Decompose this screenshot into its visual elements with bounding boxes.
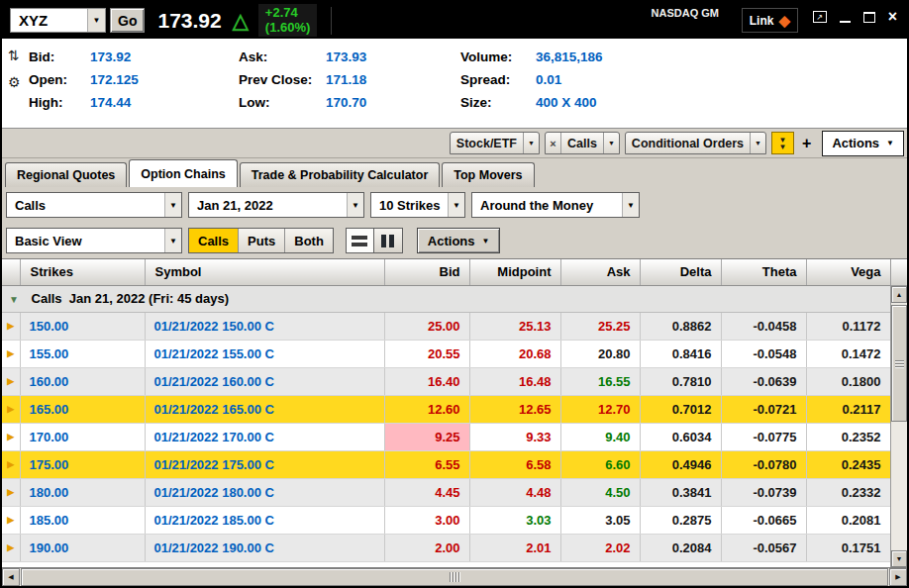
symbol-cell[interactable]: 01/21/2022 190.00 C [145, 534, 384, 561]
row-expander-icon[interactable]: ▶ [2, 506, 20, 534]
tab-option-chains[interactable]: Option Chains [129, 159, 237, 187]
col-header-bid[interactable]: Bid [384, 259, 469, 285]
symbol-cell[interactable]: 01/21/2022 185.00 C [145, 506, 384, 534]
ask-cell[interactable]: 6.60 [560, 450, 640, 478]
vertical-scroll-thumb[interactable] [891, 305, 907, 422]
layout-tab-conditional-orders[interactable]: Conditional Orders ▼ [625, 132, 766, 154]
horizontal-scroll-thumb[interactable] [21, 568, 888, 586]
bid-cell[interactable]: 25.00 [384, 312, 469, 340]
bid-cell[interactable]: 4.45 [384, 478, 469, 506]
symbol-cell[interactable]: 01/21/2022 180.00 C [145, 478, 384, 506]
chevron-down-icon[interactable]: ▼ [87, 9, 105, 32]
row-expander-icon[interactable]: ▶ [2, 367, 20, 395]
col-header-theta[interactable]: Theta [721, 259, 806, 285]
view-select[interactable]: Basic View ▼ [6, 228, 182, 253]
col-header-delta[interactable]: Delta [640, 259, 721, 285]
symbol-cell[interactable]: 01/21/2022 155.00 C [145, 340, 384, 367]
col-header-symbol[interactable]: Symbol [145, 259, 384, 285]
row-expander-icon[interactable]: ▶ [2, 395, 20, 423]
option-row[interactable]: ▶165.0001/21/2022 165.00 C12.6012.6512.7… [2, 395, 890, 423]
row-expander-icon[interactable]: ▶ [2, 478, 20, 506]
col-header-vega[interactable]: Vega [806, 259, 890, 285]
bid-cell[interactable]: 2.00 [384, 534, 469, 561]
settings-gear-icon[interactable]: ⚙ [8, 75, 21, 89]
group-header[interactable]: ▼ Calls Jan 21, 2022 (Fri: 45 days) [2, 285, 890, 312]
midpoint-cell[interactable]: 9.33 [469, 423, 560, 450]
pop-out-icon[interactable]: ↗ [813, 11, 827, 23]
row-expander-icon[interactable]: ▶ [2, 423, 20, 450]
option-row[interactable]: ▶170.0001/21/2022 170.00 C9.259.339.400.… [2, 423, 890, 450]
midpoint-cell[interactable]: 3.03 [469, 506, 560, 534]
expiration-select[interactable]: Jan 21, 2022 ▼ [188, 192, 364, 218]
go-button[interactable]: Go [110, 8, 145, 33]
sort-toggle-icon[interactable]: ⇅ [8, 49, 21, 62]
symbol-cell[interactable]: 01/21/2022 150.00 C [145, 312, 384, 340]
symbol-cell[interactable]: 01/21/2022 160.00 C [145, 367, 384, 395]
ask-cell[interactable]: 4.50 [560, 478, 640, 506]
ask-cell[interactable]: 25.25 [560, 312, 640, 340]
option-row[interactable]: ▶180.0001/21/2022 180.00 C4.454.484.500.… [2, 478, 890, 506]
row-expander-icon[interactable]: ▶ [2, 312, 20, 340]
option-row[interactable]: ▶175.0001/21/2022 175.00 C6.556.586.600.… [2, 450, 890, 478]
ask-cell[interactable]: 12.70 [560, 395, 640, 423]
tab-trade-probability-calculator[interactable]: Trade & Probability Calculator [240, 162, 441, 187]
tab-regional-quotes[interactable]: Regional Quotes [5, 162, 127, 187]
row-expander-icon[interactable]: ▶ [2, 534, 20, 561]
symbol-combobox[interactable]: XYZ ▼ [10, 8, 106, 33]
scroll-right-button[interactable]: ▶ [889, 568, 907, 586]
scroll-up-button[interactable]: ▲ [891, 286, 907, 303]
actions-menu-button-top[interactable]: Actions ▼ [822, 131, 904, 156]
midpoint-cell[interactable]: 25.13 [469, 312, 560, 340]
midpoint-cell[interactable]: 16.48 [469, 367, 560, 395]
scroll-left-button[interactable]: ◀ [2, 568, 20, 586]
midpoint-cell[interactable]: 20.68 [469, 340, 560, 367]
ask-cell[interactable]: 16.55 [560, 367, 640, 395]
layout-tab-calls[interactable]: × Calls ▼ [545, 132, 620, 154]
vertical-scroll-track[interactable] [891, 303, 907, 550]
option-row[interactable]: ▶160.0001/21/2022 160.00 C16.4016.4816.5… [2, 367, 890, 395]
both-toggle[interactable]: Both [285, 229, 333, 252]
add-tab-button[interactable]: + [799, 135, 814, 152]
chevron-down-icon[interactable]: ▼ [347, 193, 363, 217]
puts-toggle[interactable]: Puts [239, 229, 285, 252]
col-header-strikes[interactable]: Strikes [20, 259, 145, 285]
collapse-tabs-button[interactable]: ▼ ▼ [771, 132, 794, 154]
group-row[interactable]: ▼ Calls Jan 21, 2022 (Fri: 45 days) [2, 285, 890, 312]
bid-cell[interactable]: 9.25 [384, 423, 469, 450]
option-row[interactable]: ▶150.0001/21/2022 150.00 C25.0025.1325.2… [2, 312, 890, 340]
bid-cell[interactable]: 16.40 [384, 367, 469, 395]
side-by-side-view-button[interactable] [374, 228, 403, 253]
chevron-down-icon[interactable]: ▼ [164, 229, 181, 252]
chevron-down-icon[interactable]: ▼ [448, 193, 464, 217]
calls-toggle[interactable]: Calls [189, 229, 239, 252]
option-type-select[interactable]: Calls ▼ [6, 192, 182, 218]
col-header-midpoint[interactable]: Midpoint [469, 259, 560, 285]
stacked-view-button[interactable] [346, 228, 374, 253]
ask-cell[interactable]: 2.02 [560, 534, 640, 561]
symbol-cell[interactable]: 01/21/2022 170.00 C [145, 423, 384, 450]
maximize-icon[interactable] [863, 12, 875, 23]
ask-cell[interactable]: 20.80 [560, 340, 640, 367]
moneyness-select[interactable]: Around the Money ▼ [471, 192, 640, 218]
minimize-icon[interactable] [840, 11, 851, 23]
chevron-down-icon[interactable]: ▼ [622, 193, 639, 217]
chevron-down-icon[interactable]: ▼ [603, 133, 619, 153]
col-header-ask[interactable]: Ask [560, 259, 640, 285]
layout-tab-stock-etf[interactable]: Stock/ETF ▼ [450, 132, 540, 154]
chevron-down-icon[interactable]: ▼ [523, 133, 539, 153]
bid-cell[interactable]: 3.00 [384, 506, 469, 534]
close-icon[interactable]: × [546, 133, 561, 153]
actions-menu-button[interactable]: Actions ▼ [417, 228, 501, 253]
link-button[interactable]: Link ◆ [742, 8, 798, 33]
midpoint-cell[interactable]: 6.58 [469, 450, 560, 478]
option-row[interactable]: ▶190.0001/21/2022 190.00 C2.002.012.020.… [2, 534, 890, 561]
option-row[interactable]: ▶185.0001/21/2022 185.00 C3.003.033.050.… [2, 506, 890, 534]
midpoint-cell[interactable]: 12.65 [469, 395, 560, 423]
bid-cell[interactable]: 12.60 [384, 395, 469, 423]
group-collapse-icon[interactable]: ▼ [9, 294, 19, 305]
strike-count-select[interactable]: 10 Strikes ▼ [370, 192, 465, 218]
bid-cell[interactable]: 20.55 [384, 340, 469, 367]
symbol-cell[interactable]: 01/21/2022 165.00 C [145, 395, 384, 423]
symbol-cell[interactable]: 01/21/2022 175.00 C [145, 450, 384, 478]
vertical-scrollbar[interactable]: ▲ ▼ [890, 259, 907, 567]
